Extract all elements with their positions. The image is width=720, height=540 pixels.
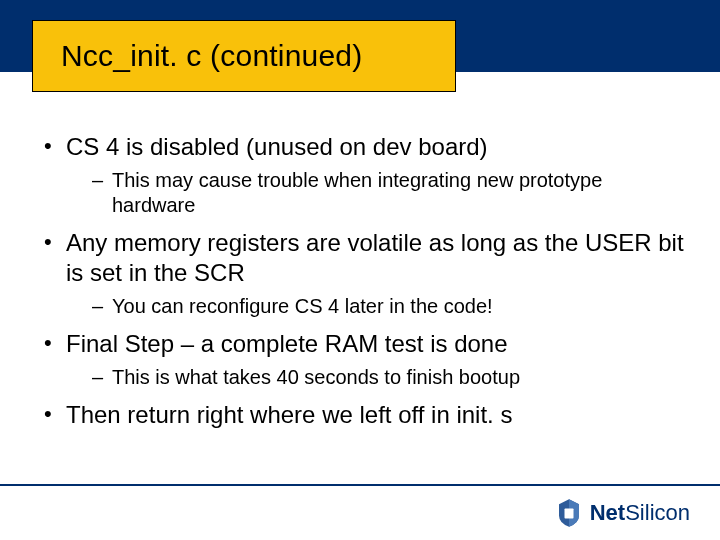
footer-brand: NetSilicon	[590, 500, 690, 526]
slide-title: Ncc_init. c (continued)	[61, 39, 362, 73]
sub-item: This is what takes 40 seconds to finish …	[92, 365, 690, 390]
bullet-list: CS 4 is disabled (unused on dev board) T…	[40, 132, 690, 430]
sub-list: This may cause trouble when integrating …	[66, 168, 690, 218]
bullet-text: Final Step – a complete RAM test is done	[66, 330, 508, 357]
footer-bar: NetSilicon	[0, 484, 720, 540]
title-box: Ncc_init. c (continued)	[32, 20, 456, 92]
bullet-text: CS 4 is disabled (unused on dev board)	[66, 133, 488, 160]
bullet-item: Final Step – a complete RAM test is done…	[40, 329, 690, 390]
sub-list: This is what takes 40 seconds to finish …	[66, 365, 690, 390]
bullet-item: CS 4 is disabled (unused on dev board) T…	[40, 132, 690, 218]
svg-rect-1	[564, 509, 573, 519]
sub-item: You can reconfigure CS 4 later in the co…	[92, 294, 690, 319]
sub-list: You can reconfigure CS 4 later in the co…	[66, 294, 690, 319]
bullet-text: Then return right where we left off in i…	[66, 401, 512, 428]
sub-item: This may cause trouble when integrating …	[92, 168, 690, 218]
bullet-text: Any memory registers are volatile as lon…	[66, 229, 684, 286]
shield-icon	[554, 498, 584, 528]
bullet-item: Then return right where we left off in i…	[40, 400, 690, 430]
content-area: CS 4 is disabled (unused on dev board) T…	[40, 132, 690, 434]
bullet-item: Any memory registers are volatile as lon…	[40, 228, 690, 319]
footer-logo: NetSilicon	[554, 498, 690, 528]
